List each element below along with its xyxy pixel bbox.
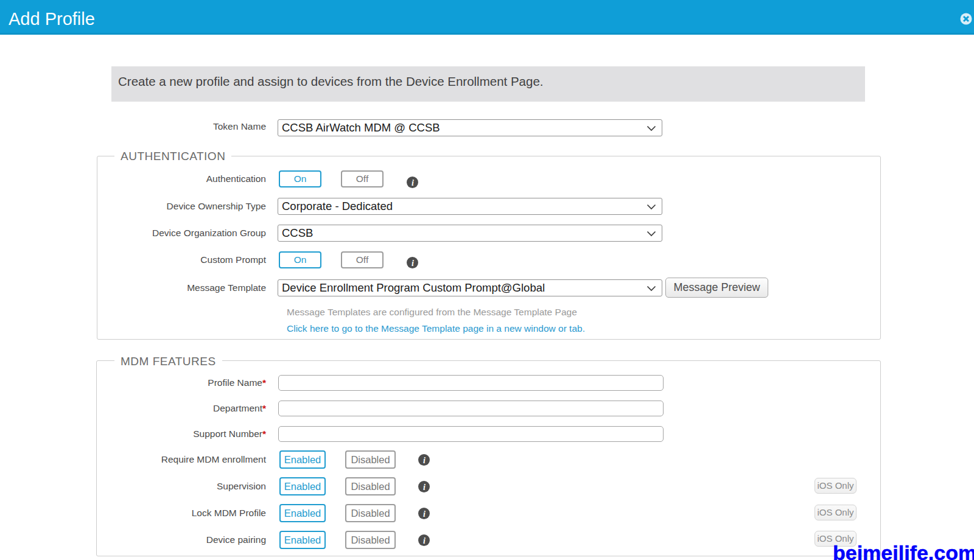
svg-text:i: i (412, 178, 414, 187)
svg-text:i: i (423, 456, 426, 465)
svg-text:i: i (423, 509, 426, 519)
svg-text:i: i (412, 259, 414, 268)
svg-text:i: i (423, 536, 426, 545)
svg-text:i: i (423, 483, 426, 492)
